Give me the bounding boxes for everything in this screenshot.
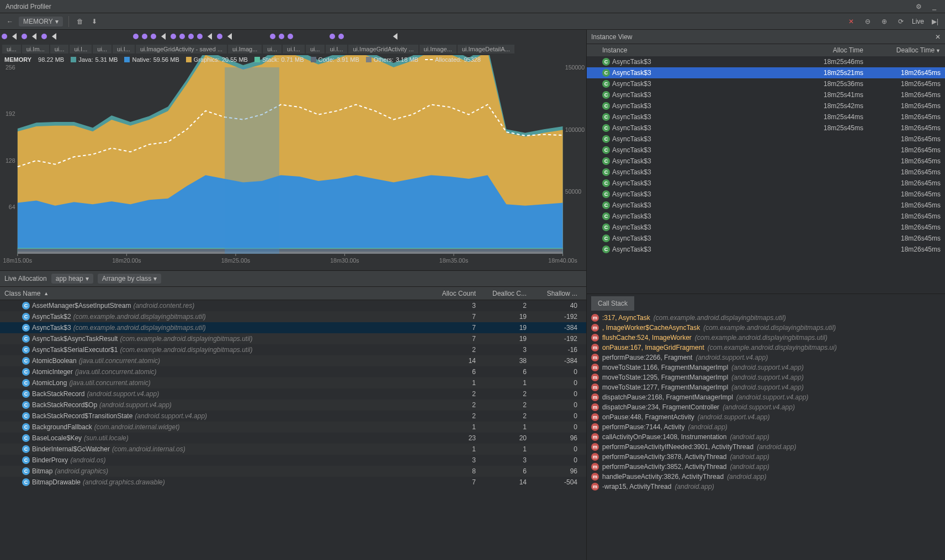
minimize-icon[interactable]: ⎯ — [928, 1, 939, 12]
reset-zoom-icon[interactable]: ⟳ — [895, 16, 906, 27]
memory-chart[interactable]: MEMORY 98.22 MB Java:5.31 MB Native:59.5… — [0, 55, 586, 270]
class-row[interactable]: CAsyncTask$AsyncTaskResult (com.example.… — [0, 333, 586, 344]
class-row[interactable]: CAtomicLong (java.util.concurrent.atomic… — [0, 377, 586, 388]
class-row[interactable]: CBitmapDrawable (android.graphics.drawab… — [0, 477, 586, 488]
class-row[interactable]: CAsyncTask$SerialExecutor$1 (com.example… — [0, 344, 586, 355]
zoom-in-icon[interactable]: ⊕ — [879, 16, 890, 27]
header-instance[interactable]: Instance — [591, 46, 786, 54]
stack-frame[interactable]: m, ImageWorker$CacheAsyncTask (com.examp… — [587, 323, 945, 333]
class-package: (android.support.v4.app) — [87, 390, 159, 398]
activity-tab[interactable]: ui... — [50, 45, 69, 54]
header-dealloc-count[interactable]: Dealloc C... — [480, 290, 531, 297]
header-class-name[interactable]: Class Name▲ — [4, 290, 429, 297]
instance-row[interactable]: CAsyncTask$3 18m26s45ms — [587, 244, 945, 255]
class-row[interactable]: CBackgroundFallback (com.android.interna… — [0, 422, 586, 433]
instance-row[interactable]: CAsyncTask$3 18m26s45ms — [587, 145, 945, 156]
stack-frame[interactable]: mmoveToState:1166, FragmentManagerImpl (… — [587, 362, 945, 372]
activity-tab[interactable]: ui.ImageDetailA... — [458, 45, 514, 54]
back-icon[interactable]: ← — [4, 16, 15, 27]
class-row[interactable]: CAsyncTask$3 (com.example.android.displa… — [0, 322, 586, 333]
stack-frame[interactable]: m:317, AsyncTask (com.example.android.di… — [587, 313, 945, 323]
activity-tab[interactable]: ui.I... — [113, 45, 135, 54]
stack-frame[interactable]: monPause:167, ImageGridFragment (com.exa… — [587, 343, 945, 353]
class-name: BackgroundFallback — [32, 423, 92, 431]
class-row[interactable]: CBackStackRecord$Op (android.support.v4.… — [0, 399, 586, 410]
zoom-out-icon[interactable]: ⊖ — [862, 16, 873, 27]
stack-frame[interactable]: mmoveToState:1295, FragmentManagerImpl (… — [587, 372, 945, 382]
stack-frame[interactable]: mperformPauseActivity:3878, ActivityThre… — [587, 452, 945, 462]
activity-tab[interactable]: ui.Im... — [22, 45, 49, 54]
header-dealloc-time[interactable]: Dealloc Time▼ — [863, 46, 941, 54]
activity-tab[interactable]: ui.I... — [283, 45, 305, 54]
event-dot — [22, 34, 27, 39]
class-row[interactable]: CBackStackRecord$TransitionState (androi… — [0, 410, 586, 422]
dealloc-count: 3 — [480, 456, 531, 464]
instance-row[interactable]: CAsyncTask$3 18m25s45ms 18m26s45ms — [587, 122, 945, 134]
arrange-dropdown[interactable]: Arrange by class▾ — [98, 274, 161, 284]
stack-frame[interactable]: monPause:448, FragmentActivity (android.… — [587, 412, 945, 422]
instance-row[interactable]: CAsyncTask$3 18m26s45ms — [587, 178, 945, 189]
instance-row[interactable]: CAsyncTask$3 18m26s45ms — [587, 167, 945, 178]
activity-tab[interactable]: ui.ImageGridActivity - saved ... — [136, 45, 227, 54]
activity-tab[interactable]: ui... — [2, 45, 21, 54]
instance-row[interactable]: CAsyncTask$3 18m26s45ms — [587, 189, 945, 200]
close-icon[interactable]: ✕ — [935, 33, 941, 41]
activity-tab[interactable]: ui.Image... — [420, 45, 456, 54]
stack-frame[interactable]: mhandlePauseActivity:3826, ActivityThrea… — [587, 472, 945, 482]
instance-row[interactable]: CAsyncTask$3 18m25s21ms 18m26s45ms — [587, 67, 945, 78]
alloc-time: 18m25s42ms — [786, 102, 863, 110]
native-value: 59.56 MB — [153, 56, 179, 63]
stack-frame[interactable]: mperformPauseActivityIfNeeded:3901, Acti… — [587, 442, 945, 452]
stack-frame[interactable]: mflushCache:524, ImageWorker (com.exampl… — [587, 333, 945, 343]
heap-dropdown[interactable]: app heap▾ — [51, 274, 93, 284]
class-row[interactable]: CAssetManager$AssetInputStream (android.… — [0, 300, 586, 311]
instance-row[interactable]: CAsyncTask$3 18m26s45ms — [587, 233, 945, 244]
class-row[interactable]: CBinderProxy (android.os) 3 3 0 — [0, 455, 586, 466]
activity-tab[interactable]: ui... — [263, 45, 282, 54]
instance-row[interactable]: CAsyncTask$3 18m26s45ms — [587, 156, 945, 167]
header-alloc-count[interactable]: Alloc Count — [429, 290, 480, 297]
stack-frame[interactable]: mdispatchPause:234, FragmentController (… — [587, 402, 945, 412]
stack-frame[interactable]: mcallActivityOnPause:1408, Instrumentati… — [587, 432, 945, 442]
go-live-icon[interactable]: ▶| — [930, 16, 941, 27]
class-row[interactable]: CAtomicBoolean (java.util.concurrent.ato… — [0, 355, 586, 366]
class-row[interactable]: CBitmap (android.graphics) 8 6 96 — [0, 466, 586, 477]
instance-row[interactable]: CAsyncTask$3 18m25s36ms 18m26s45ms — [587, 78, 945, 89]
activity-tab[interactable]: ui.ImageGridActivity ... — [348, 45, 418, 54]
gear-icon[interactable]: ⚙ — [913, 1, 924, 12]
activity-tab[interactable]: ui.Imag... — [228, 45, 262, 54]
instance-row[interactable]: CAsyncTask$3 18m25s41ms 18m26s45ms — [587, 89, 945, 100]
stack-frame[interactable]: mdispatchPause:2168, FragmentManagerImpl… — [587, 392, 945, 402]
dealloc-count: 6 — [480, 368, 531, 376]
activity-tab[interactable]: ui.I... — [70, 45, 92, 54]
class-row[interactable]: CAtomicInteger (java.util.concurrent.ato… — [0, 366, 586, 377]
class-package: (com.example.android.displayingbitmaps.u… — [73, 313, 206, 321]
instance-row[interactable]: CAsyncTask$3 18m26s45ms — [587, 211, 945, 222]
stack-frame[interactable]: mperformPauseActivity:3852, ActivityThre… — [587, 462, 945, 472]
header-shallow[interactable]: Shallow ... — [531, 290, 582, 297]
activity-tab[interactable]: ui.I... — [326, 45, 348, 54]
instance-row[interactable]: CAsyncTask$3 18m25s46ms — [587, 56, 945, 67]
instance-row[interactable]: CAsyncTask$3 18m26s45ms — [587, 200, 945, 211]
instance-row[interactable]: CAsyncTask$3 18m25s42ms 18m26s45ms — [587, 100, 945, 111]
activity-tab[interactable]: ui... — [306, 45, 325, 54]
activity-tab[interactable]: ui... — [93, 45, 112, 54]
class-row[interactable]: CBinderInternal$GcWatcher (com.android.i… — [0, 444, 586, 455]
memory-dropdown[interactable]: MEMORY ▾ — [19, 17, 63, 26]
class-icon: C — [22, 357, 30, 365]
stack-frame[interactable]: m-wrap15, ActivityThread (android.app) — [587, 482, 945, 492]
class-row[interactable]: CBackStackRecord (android.support.v4.app… — [0, 388, 586, 399]
instance-row[interactable]: CAsyncTask$3 18m25s44ms 18m26s45ms — [587, 111, 945, 122]
class-row[interactable]: CAsyncTask$2 (com.example.android.displa… — [0, 311, 586, 322]
stack-frame[interactable]: mperformPause:7144, Activity (android.ap… — [587, 422, 945, 432]
trash-icon[interactable]: 🗑 — [75, 16, 86, 27]
stack-frame[interactable]: mmoveToState:1277, FragmentManagerImpl (… — [587, 382, 945, 392]
class-row[interactable]: CBaseLocale$Key (sun.util.locale) 23 20 … — [0, 433, 586, 444]
header-alloc-time[interactable]: Alloc Time — [786, 46, 863, 54]
instance-row[interactable]: CAsyncTask$3 18m26s45ms — [587, 222, 945, 233]
instance-row[interactable]: CAsyncTask$3 18m26s45ms — [587, 134, 945, 145]
dump-heap-icon[interactable]: ⬇ — [89, 16, 100, 27]
callstack-tab[interactable]: Call Stack — [591, 296, 634, 311]
stack-frame[interactable]: mperformPause:2266, Fragment (android.su… — [587, 353, 945, 362]
close-red-icon[interactable]: ✕ — [846, 16, 857, 27]
